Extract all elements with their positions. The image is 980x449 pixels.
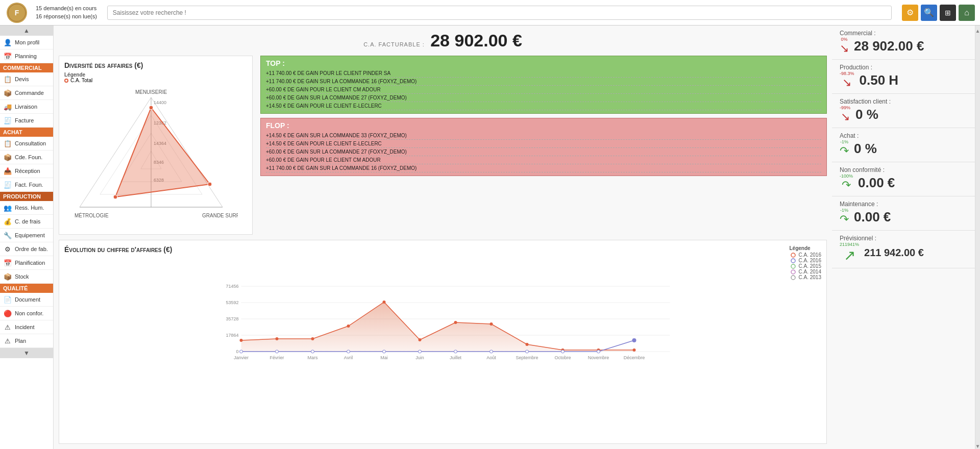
sidebar-item-non-confor[interactable]: 🔴 Non confor. [0,307,53,320]
sidebar-item-stock[interactable]: 📦 Stock [0,270,53,284]
svg-point-57 [454,350,457,353]
kpi-commercial: Commercial : 0% ↘ 28 902.00 € [832,26,975,60]
svg-point-44 [419,338,422,341]
sidebar-item-planification[interactable]: 📅 Planification [0,256,53,270]
right-scroll-down[interactable]: ▼ [975,443,980,449]
svg-point-22 [113,195,117,199]
search-input[interactable] [107,6,892,20]
sidebar-item-ress-hum[interactable]: 👥 Ress. Hum. [0,201,53,215]
reception-icon: 📥 [3,166,12,176]
kpi-satisfaction-pct: -99% [840,105,850,110]
svg-text:Juillet: Juillet [450,355,462,360]
sidebar-label-planning: Planning [15,53,37,59]
svg-point-53 [311,350,314,353]
svg-text:Avril: Avril [344,355,353,360]
settings-icon-btn[interactable]: ⚙ [902,5,918,21]
svg-point-47 [526,343,529,346]
search-icon-btn[interactable]: 🔍 [921,5,937,21]
sidebar-label-fact-foun: Fact. Foun. [15,182,43,188]
line-chart-title: Évolution du chiffre d'affaires (€) [64,245,172,254]
svg-point-50 [633,348,636,352]
home-icon-btn[interactable]: ⌂ [959,5,975,21]
top-section: TOP : +11 740.00 € DE GAIN POUR LE CLIEN… [260,56,827,114]
section-label-production: Production [0,192,53,201]
kpi-production-label: Production : [840,64,967,71]
sidebar-item-devis[interactable]: 📋 Devis [0,72,53,86]
kpi-achat-pct: -1% [840,139,848,144]
ca-label: C.A. FACTURABLE : [363,41,425,47]
sidebar-label-livraison: Livraison [15,104,37,110]
right-scrollbar: ▲ ▼ [975,26,980,449]
sidebar-label-planification: Planification [15,260,45,266]
svg-text:Novembre: Novembre [588,355,609,360]
kpi-achat-arrow-icon: ↷ [840,144,849,158]
svg-point-39 [240,339,243,342]
sidebar-label-document: Document [15,296,40,303]
section-label-achat: Achat [0,128,53,137]
sidebar-label-non-confor: Non confor. [15,310,43,316]
sidebar-label-ordre-fab: Ordre de fab. [15,246,48,252]
notifications-line1: 15 demande(s) en cours [36,5,97,12]
kpi-non-conformite-pct: -100% [840,173,853,179]
legend-dot-icon [64,79,68,83]
svg-point-40 [276,337,279,340]
top-item-4: +14.50 € DE GAIN POUR LE CLIENT E-LECLER… [266,102,821,110]
top-item-2: +60.00 € DE GAIN POUR LE CLIENT CM ADOUR [266,86,821,94]
header-action-icons: ⚙ 🔍 ⊞ ⌂ [902,5,975,21]
flop-item-4: +11 740.00 € DE GAIN SUR LA COMMANDE 16 … [266,164,821,172]
cde-foun-icon: 📦 [3,153,12,162]
svg-point-26 [791,270,795,274]
sidebar-item-fact-foun[interactable]: 🧾 Fact. Foun. [0,178,53,192]
fact-foun-icon: 🧾 [3,180,12,189]
svg-point-25 [791,264,795,268]
kpi-non-conformite-row: -100% ↷ 0.00 € [840,173,967,192]
profil-icon: 👤 [3,38,12,47]
sidebar-item-livraison[interactable]: 🚚 Livraison [0,100,53,114]
svg-text:71456: 71456 [226,284,238,289]
svg-point-52 [276,350,279,353]
ca-header: C.A. FACTURABLE : 28 902.00 € [59,31,827,51]
sidebar-item-equipement[interactable]: 🔧 Equipement [0,229,53,242]
section-label-qualite: Qualité [0,284,53,293]
svg-point-45 [454,321,457,324]
svg-point-56 [419,350,422,353]
kpi-satisfaction-row: -99% ↘ 0 % [840,105,967,123]
sidebar-item-consultation[interactable]: 📋 Consultation [0,137,53,151]
scroll-up-btn[interactable]: ▲ [0,26,53,36]
svg-point-27 [791,276,795,280]
legend-2016-blue-label: C.A. 2016 [799,258,821,263]
svg-point-41 [311,337,314,340]
right-scroll-up[interactable]: ▲ [975,28,980,34]
line-legend-header: Légende [790,245,821,251]
legend-2016-blue: C.A. 2016 [790,258,821,263]
grid-icon-btn[interactable]: ⊞ [940,5,956,21]
kpi-commercial-label: Commercial : [840,30,967,37]
sidebar-item-profil[interactable]: 👤 Mon profil [0,36,53,49]
svg-point-62 [632,338,636,342]
sidebar-item-facture[interactable]: 🧾 Facture [0,114,53,128]
kpi-previsionnel-label: Prévisionnel : [840,235,967,242]
kpi-commercial-trend: 0% ↘ [840,37,849,55]
radar-chart-section: Diversité des affaires (€) Légende C.A. … [59,56,253,235]
sidebar-item-reception[interactable]: 📥 Réception [0,164,53,178]
logo-area: F [5,1,28,24]
sidebar-item-incident[interactable]: ⚠ Incident [0,320,53,334]
scroll-down-btn[interactable]: ▼ [0,348,53,358]
kpi-non-conformite: Non conformité : -100% ↷ 0.00 € [832,162,975,196]
sidebar-label-stock: Stock [15,273,29,280]
svg-text:Mars: Mars [308,355,318,360]
sidebar-item-plan[interactable]: ⚠ Plan [0,334,53,348]
sidebar-item-c-de-frais[interactable]: 💰 C. de frais [0,215,53,229]
sidebar-item-document[interactable]: 📄 Document [0,293,53,307]
radar-legend-item: C.A. Total [64,78,92,83]
radar-chart-title: Diversité des affaires (€) [64,61,247,69]
sidebar-item-commande[interactable]: 📦 Commande [0,86,53,100]
sidebar-item-ordre-fab[interactable]: ⚙ Ordre de fab. [0,242,53,256]
kpi-maintenance-value: 0.00 € [854,209,891,225]
kpi-previsionnel-trend: 211941% ↗ [840,242,859,264]
sidebar: ▲ 👤 Mon profil 📅 Planning Commercial 📋 D… [0,26,54,449]
sidebar-item-planning[interactable]: 📅 Planning [0,49,53,63]
svg-point-55 [383,350,386,353]
sidebar-item-cde-foun[interactable]: 📦 Cde. Foun. [0,151,53,164]
kpi-production-arrow-icon: ↘ [842,76,851,89]
